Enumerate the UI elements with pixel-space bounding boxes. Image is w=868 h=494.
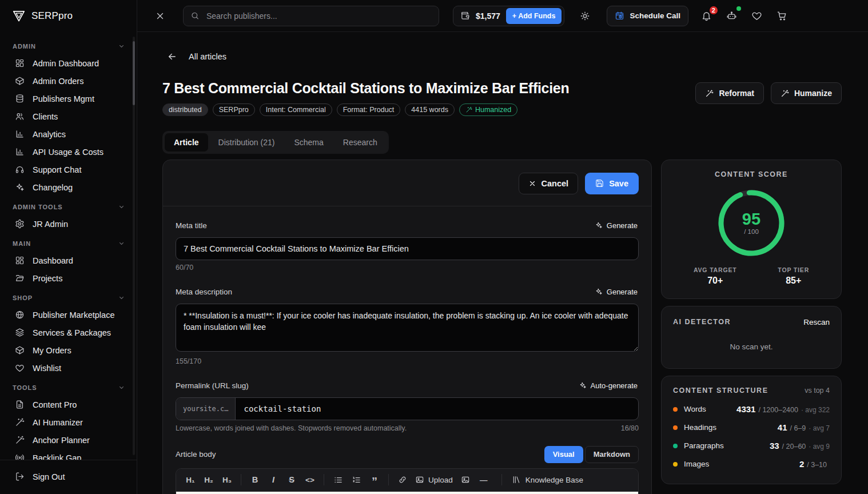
sidebar-scrollbar-thumb[interactable] bbox=[133, 41, 135, 105]
sidebar-item-dashboard[interactable]: Dashboard bbox=[0, 252, 137, 269]
heading1-button[interactable]: H₁ bbox=[182, 471, 199, 488]
brand-logo[interactable]: SERPpro bbox=[0, 0, 137, 32]
link-icon bbox=[398, 475, 407, 484]
code-button[interactable]: <> bbox=[301, 471, 318, 488]
sidebar-item-publisher-marketplace[interactable]: Publisher Marketplace bbox=[0, 306, 137, 324]
chevron-down-icon bbox=[118, 384, 125, 391]
magic-wand-icon bbox=[781, 89, 789, 98]
upload-image-button[interactable]: Upload bbox=[412, 471, 456, 488]
article-editor-card: Cancel Save Meta title bbox=[162, 160, 652, 494]
permalink-label: Permalink (URL slug) bbox=[176, 381, 249, 390]
sidebar-item-services-packages[interactable]: Services & Packages bbox=[0, 324, 137, 341]
italic-button[interactable]: I bbox=[265, 471, 282, 488]
sign-out-button[interactable]: Sign Out bbox=[15, 469, 124, 484]
avg-target-stat: AVG TARGET 70+ bbox=[694, 266, 737, 286]
strikethrough-button[interactable]: S bbox=[283, 471, 300, 488]
cancel-button[interactable]: Cancel bbox=[519, 173, 579, 194]
tab-schema[interactable]: Schema bbox=[285, 133, 332, 152]
sidebar-section-admin[interactable]: ADMIN bbox=[0, 35, 137, 54]
breadcrumb-all-articles[interactable]: All articles bbox=[189, 52, 226, 61]
sidebar-section-admin-tools[interactable]: ADMIN TOOLS bbox=[0, 196, 137, 215]
sidebar-item-api-usage[interactable]: API Usage & Costs bbox=[0, 143, 137, 161]
sidebar-item-label: AI Humanizer bbox=[33, 418, 83, 427]
cart-button[interactable] bbox=[772, 6, 793, 26]
humanize-button[interactable]: Humanize bbox=[771, 82, 842, 104]
bullet-list-button[interactable] bbox=[329, 471, 347, 488]
humanized-badge: Humanized bbox=[459, 103, 517, 116]
sidebar-item-admin-dashboard[interactable]: Admin Dashboard bbox=[0, 54, 137, 72]
sidebar-section-main[interactable]: MAIN bbox=[0, 233, 137, 252]
meta-title-input[interactable] bbox=[176, 237, 639, 260]
sidebar-item-label: Admin Orders bbox=[33, 77, 83, 86]
sidebar-item-admin-orders[interactable]: Admin Orders bbox=[0, 72, 137, 90]
images-status-dot bbox=[673, 462, 678, 467]
bold-button[interactable]: B bbox=[246, 471, 264, 488]
meta-description-textarea[interactable]: * **Insulation is a must!**: If your ice… bbox=[176, 304, 639, 352]
sidebar-item-content-pro[interactable]: Content Pro bbox=[0, 396, 137, 413]
sidebar-item-label: Clients bbox=[33, 112, 58, 121]
heading2-button[interactable]: H₂ bbox=[200, 471, 217, 488]
tab-article[interactable]: Article bbox=[165, 133, 208, 152]
numbered-list-button[interactable] bbox=[348, 471, 365, 488]
slug-helper-text: Lowercase, words joined with dashes. Sto… bbox=[176, 424, 407, 432]
sidebar-item-backlink-gap[interactable]: Backlink Gap bbox=[0, 449, 137, 460]
wishlist-button[interactable] bbox=[747, 6, 767, 26]
image-icon bbox=[461, 475, 470, 484]
sidebar-item-jr-admin[interactable]: JR Admin bbox=[0, 215, 137, 233]
sidebar-item-label: Support Chat bbox=[33, 165, 81, 174]
knowledge-base-button[interactable]: Knowledge Base bbox=[507, 471, 588, 488]
heading3-button[interactable]: H₃ bbox=[218, 471, 236, 488]
add-funds-button[interactable]: + Add Funds bbox=[506, 8, 562, 24]
sidebar-item-support-chat[interactable]: Support Chat bbox=[0, 161, 137, 178]
markdown-mode-button[interactable]: Markdown bbox=[585, 446, 639, 463]
back-button[interactable] bbox=[162, 47, 182, 66]
save-icon bbox=[595, 179, 604, 188]
article-body-editor-area[interactable] bbox=[176, 492, 638, 494]
schedule-call-button[interactable]: Schedule Call bbox=[607, 6, 688, 26]
dashboard-grid-icon bbox=[15, 256, 25, 265]
sidebar-item-analytics[interactable]: Analytics bbox=[0, 125, 137, 143]
link-button[interactable] bbox=[394, 471, 411, 488]
sidebar-item-my-orders[interactable]: My Orders bbox=[0, 341, 137, 359]
tab-research[interactable]: Research bbox=[334, 133, 387, 152]
theme-toggle-button[interactable] bbox=[575, 6, 595, 26]
assistant-button[interactable] bbox=[722, 6, 742, 26]
sidebar-item-clients[interactable]: Clients bbox=[0, 107, 137, 125]
horizontal-rule-button[interactable]: — bbox=[475, 471, 492, 488]
meta-description-label: Meta description bbox=[176, 288, 232, 296]
sidebar-item-publishers-mgmt[interactable]: Publishers Mgmt bbox=[0, 90, 137, 107]
database-icon bbox=[15, 94, 25, 103]
generate-meta-title-button[interactable]: Generate bbox=[594, 219, 639, 232]
visual-mode-button[interactable]: Visual bbox=[544, 446, 583, 463]
search-input[interactable] bbox=[205, 11, 432, 21]
close-sidebar-button[interactable] bbox=[150, 6, 170, 26]
sidebar-item-changelog[interactable]: Changelog bbox=[0, 178, 137, 196]
rescan-button[interactable]: Rescan bbox=[803, 317, 830, 328]
article-badges: distributed SERPpro Intent: Commercial F… bbox=[162, 103, 569, 116]
close-icon bbox=[528, 180, 536, 188]
sign-out-icon bbox=[15, 472, 25, 481]
notifications-button[interactable]: 2 bbox=[696, 6, 717, 26]
sidebar-item-wishlist[interactable]: Wishlist bbox=[0, 359, 137, 377]
sidebar-section-shop[interactable]: SHOP bbox=[0, 287, 137, 306]
sidebar-item-ai-humanizer[interactable]: AI Humanizer bbox=[0, 413, 137, 431]
arrow-left-icon bbox=[167, 51, 177, 62]
sidebar-section-tools[interactable]: TOOLS bbox=[0, 377, 137, 396]
slug-input[interactable] bbox=[236, 398, 638, 420]
save-button[interactable]: Save bbox=[585, 173, 639, 194]
editor-toolbar: H₁ H₂ H₃ B I S <> ” bbox=[176, 469, 638, 492]
tab-distribution[interactable]: Distribution (21) bbox=[209, 133, 284, 152]
section-title: MAIN bbox=[13, 240, 31, 247]
meta-title-counter: 60/70 bbox=[176, 264, 639, 272]
sidebar-item-anchor-planner[interactable]: Anchor Planner bbox=[0, 431, 137, 449]
sidebar-item-label: Anchor Planner bbox=[33, 436, 90, 445]
generate-meta-description-button[interactable]: Generate bbox=[594, 285, 639, 298]
reformat-button[interactable]: Reformat bbox=[695, 82, 763, 104]
auto-generate-slug-button[interactable]: Auto-generate bbox=[578, 379, 639, 392]
blockquote-button[interactable]: ” bbox=[366, 471, 383, 488]
publisher-search[interactable] bbox=[183, 6, 439, 26]
sidebar-item-label: My Orders bbox=[33, 346, 71, 355]
sidebar: SERPpro ADMIN Admin Dashboard Admin Orde… bbox=[0, 0, 137, 494]
insert-image-button[interactable] bbox=[457, 471, 474, 488]
sidebar-item-projects[interactable]: Projects bbox=[0, 269, 137, 287]
